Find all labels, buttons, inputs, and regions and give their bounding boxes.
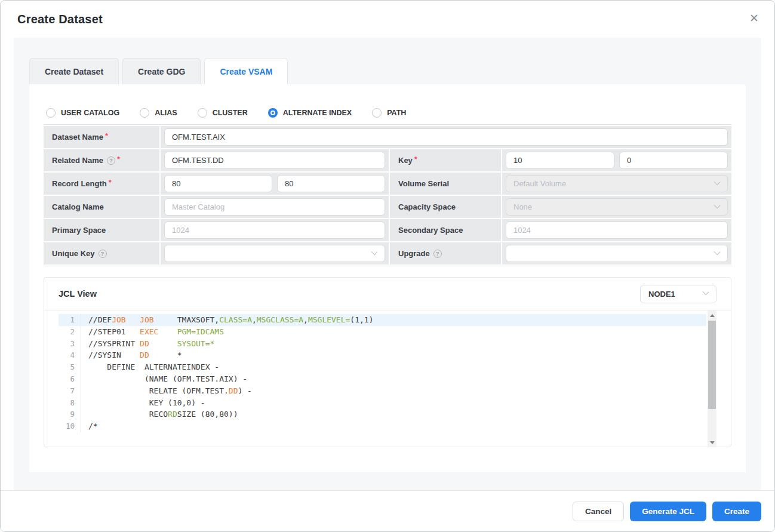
line-number: 8: [59, 397, 81, 409]
tab-create-dataset[interactable]: Create Dataset: [29, 58, 119, 84]
line-number: 6: [59, 373, 81, 385]
line-number: 2: [59, 326, 81, 338]
line-text: /*: [81, 420, 98, 432]
dataset-name-input[interactable]: [164, 128, 728, 146]
catalog-name-label: Catalog Name: [44, 196, 159, 218]
node-select[interactable]: NODE1: [640, 285, 716, 303]
code-line: 5 DEFINE ALTERNATEINDEX -: [59, 361, 706, 373]
code-line: 8 KEY (10,0) -: [59, 397, 706, 409]
secondary-space-input[interactable]: [506, 222, 728, 239]
radio-cluster[interactable]: CLUSTER: [198, 108, 248, 118]
related-name-input[interactable]: [164, 152, 385, 169]
line-text: KEY (10,0) -: [81, 397, 205, 409]
radio-icon: [198, 108, 207, 118]
capacity-space-label: Capacity Space: [390, 196, 501, 218]
line-text: //SYSIN DD *: [81, 349, 182, 361]
code-line: 9 RECORDSIZE (80,80)): [59, 408, 706, 420]
code-line: 4//SYSIN DD *: [59, 349, 706, 361]
code-line: 10/*: [59, 420, 706, 432]
close-icon[interactable]: ✕: [749, 13, 759, 24]
unique-key-select[interactable]: [164, 245, 385, 262]
line-number: 3: [59, 338, 81, 350]
record-length-avg-input[interactable]: [164, 175, 272, 192]
vsam-form: Dataset Name* Related Name ? * Key*: [44, 124, 731, 266]
radio-path[interactable]: PATH: [372, 108, 406, 118]
line-text: RECORDSIZE (80,80)): [81, 408, 238, 420]
chevron-down-icon: [714, 249, 721, 256]
record-length-label: Record Length*: [44, 173, 159, 195]
volume-serial-label: Volume Serial: [390, 173, 501, 195]
dialog-body: Create Dataset Create GDG Create VSAM US…: [14, 38, 761, 490]
primary-space-input[interactable]: [164, 222, 385, 239]
line-number: 4: [59, 349, 81, 361]
scroll-down-arrow[interactable]: [708, 438, 716, 447]
related-name-label: Related Name ? *: [44, 149, 159, 171]
jcl-view-title: JCL View: [59, 289, 97, 299]
key-label: Key*: [390, 149, 501, 171]
line-number: 5: [59, 361, 81, 373]
help-icon[interactable]: ?: [433, 250, 442, 258]
radio-user-catalog[interactable]: USER CATALOG: [46, 108, 119, 118]
volume-serial-select: Default Volume: [506, 175, 728, 192]
dialog-footer: Cancel Generate JCL Create: [1, 490, 774, 531]
unique-key-label: Unique Key ?: [44, 242, 159, 265]
record-length-max-input[interactable]: [277, 175, 385, 192]
tab-create-vsam[interactable]: Create VSAM: [204, 58, 288, 84]
help-icon[interactable]: ?: [107, 156, 115, 165]
scrollbar-thumb[interactable]: [708, 321, 716, 409]
chevron-down-icon: [371, 249, 378, 256]
primary-space-label: Primary Space: [44, 219, 159, 241]
required-mark: *: [105, 131, 108, 140]
radio-alternate-index[interactable]: ALTERNATE INDEX: [268, 108, 352, 118]
tab-content: USER CATALOG ALIAS CLUSTER ALTERNATE IND…: [29, 84, 746, 472]
line-text: //STEP01 EXEC PGM=IDCAMS: [81, 326, 224, 338]
jcl-view-panel: JCL View NODE1 1//DEFJOB JOB TMAXSOFT,CL…: [44, 277, 731, 447]
required-mark: *: [117, 155, 120, 164]
code-line: 1//DEFJOB JOB TMAXSOFT,CLASS=A,MSGCLASS=…: [59, 314, 706, 326]
radio-icon: [46, 108, 56, 118]
page-title: Create Dataset: [17, 13, 758, 26]
vertical-scrollbar[interactable]: [708, 310, 716, 447]
dialog-header: Create Dataset ✕: [1, 1, 774, 38]
create-dataset-dialog: Create Dataset ✕ Create Dataset Create G…: [0, 0, 775, 532]
line-text: DEFINE ALTERNATEINDEX -: [81, 361, 219, 373]
tab-bar: Create Dataset Create GDG Create VSAM: [29, 58, 746, 84]
help-icon[interactable]: ?: [99, 250, 107, 258]
cancel-button[interactable]: Cancel: [573, 502, 624, 521]
line-number: 7: [59, 385, 81, 397]
required-mark: *: [109, 178, 112, 187]
radio-icon: [140, 108, 149, 118]
line-text: (NAME (OFM.TEST.AIX) -: [81, 373, 247, 385]
key-length-input[interactable]: [506, 152, 614, 169]
chevron-down-icon: [714, 179, 721, 186]
dataset-name-label: Dataset Name*: [44, 126, 159, 148]
radio-selected-icon: [268, 108, 278, 118]
vsam-type-radio-group: USER CATALOG ALIAS CLUSTER ALTERNATE IND…: [44, 84, 731, 124]
upgrade-select[interactable]: [506, 245, 728, 262]
chevron-down-icon: [714, 202, 721, 209]
line-number: 9: [59, 408, 81, 420]
generate-jcl-button[interactable]: Generate JCL: [630, 502, 706, 521]
jcl-view-header: JCL View NODE1: [44, 278, 731, 310]
code-line: 7 RELATE (OFM.TEST.DD) -: [59, 385, 706, 397]
jcl-code-editor: 1//DEFJOB JOB TMAXSOFT,CLASS=A,MSGCLASS=…: [59, 310, 716, 447]
key-offset-input[interactable]: [619, 152, 728, 169]
radio-icon: [372, 108, 382, 118]
upgrade-label: Upgrade ?: [390, 242, 501, 265]
tab-create-gdg[interactable]: Create GDG: [122, 58, 201, 84]
line-text: //DEFJOB JOB TMAXSOFT,CLASS=A,MSGCLASS=A…: [81, 314, 374, 326]
code-lines: 1//DEFJOB JOB TMAXSOFT,CLASS=A,MSGCLASS=…: [59, 314, 716, 432]
line-number: 10: [59, 420, 81, 432]
line-text: RELATE (OFM.TEST.DD) -: [81, 385, 252, 397]
catalog-name-input[interactable]: [164, 198, 385, 216]
code-line: 6 (NAME (OFM.TEST.AIX) -: [59, 373, 706, 385]
chevron-down-icon: [703, 288, 709, 295]
required-mark: *: [414, 155, 417, 164]
code-line: 3//SYSPRINT DD SYSOUT=*: [59, 338, 706, 350]
radio-alias[interactable]: ALIAS: [140, 108, 177, 118]
scroll-up-arrow[interactable]: [708, 310, 716, 320]
code-line: 2//STEP01 EXEC PGM=IDCAMS: [59, 326, 706, 338]
create-button[interactable]: Create: [712, 502, 761, 521]
capacity-space-select: None: [506, 198, 728, 216]
secondary-space-label: Secondary Space: [390, 219, 501, 241]
